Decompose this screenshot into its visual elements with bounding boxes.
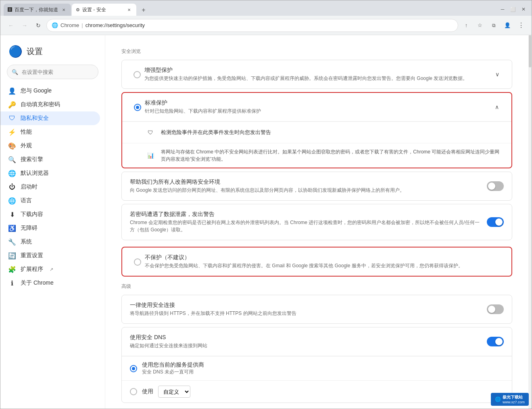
enhanced-protection-info: 增强型保护 为您提供更快速主动的保护措施，免受危险网站、下载内容或扩展程序的威胁… <box>144 67 491 82</box>
enhanced-protection-card: 增强型保护 为您提供更快速主动的保护措施，免受危险网站、下载内容或扩展程序的威胁… <box>121 60 512 89</box>
tab-favicon-baidu: 🅱 <box>8 7 12 12</box>
dns-option-custom: 使用 自定义 <box>122 380 512 403</box>
dns-current-radio-button[interactable] <box>130 365 137 372</box>
url-path: chrome://settings/security <box>86 22 145 28</box>
sidebar-item-label-reset: 重置设置 <box>21 252 43 259</box>
scrollbar-thumb[interactable] <box>529 35 531 67</box>
sidebar-item-label-system: 系统 <box>21 238 32 245</box>
no-protection-title: 不保护（不建议） <box>145 254 503 261</box>
sidebar-item-browser[interactable]: 🌐 默认浏览器 <box>0 166 100 180</box>
split-view-button[interactable]: ⧉ <box>488 20 499 31</box>
sidebar-item-performance[interactable]: ⚡ 性能 <box>0 125 100 139</box>
improve-security-toggle[interactable] <box>487 181 504 191</box>
menu-button[interactable]: ⋮ <box>515 20 527 31</box>
system-icon: 🔧 <box>8 238 16 245</box>
tab-settings[interactable]: ⚙ 设置 - 安全 ✕ <box>72 4 136 16</box>
search-icon: 🔍 <box>12 69 18 75</box>
no-protection-row[interactable]: 不保护（不建议） 不会保护您免受危险网站、下载内容和扩展程序的侵害。在 Gmai… <box>122 247 511 276</box>
search-engine-icon: 🔍 <box>8 156 16 163</box>
sidebar-item-google[interactable]: 👤 您与 Google <box>0 84 100 98</box>
tab-favicon-settings: ⚙ <box>76 7 80 13</box>
autofill-icon: 🔑 <box>8 101 16 108</box>
window-restore-button[interactable]: ⬜ <box>508 4 518 14</box>
dns-info: 使用安全 DNS 确定如何通过安全连接来连接到网站 <box>130 334 480 349</box>
sidebar-item-label-privacy: 隐私和安全 <box>21 115 49 122</box>
language-icon: 🌐 <box>8 197 16 204</box>
standard-protection-card: 标准保护 针对已知危险网站、下载内容和扩展程序提供标准保护 ∧ 🛡 检测危险事件… <box>121 92 512 168</box>
standard-protection-desc: 针对已知危险网站、下载内容和扩展程序提供标准保护 <box>145 107 490 115</box>
external-link-icon: ↗ <box>50 267 53 272</box>
tab-close-baidu[interactable]: ✕ <box>61 6 67 13</box>
enhanced-protection-row[interactable]: 增强型保护 为您提供更快速主动的保护措施，免受危险网站、下载内容或扩展程序的威胁… <box>122 60 512 88</box>
sidebar-item-accessibility[interactable]: ♿ 无障碍 <box>0 221 100 235</box>
enhanced-chevron: ∨ <box>491 71 504 78</box>
dns-option-current: 使用您当前的服务提供商 安全 DNS 未必一直可用 <box>122 356 512 380</box>
https-info: 一律使用安全连接 将导航路径升级到 HTTPS，并在加载不支持 HTTPS 的网… <box>130 302 480 317</box>
new-tab-button[interactable]: + <box>138 4 149 16</box>
sidebar-header: 🔵 设置 <box>0 42 105 65</box>
password-leak-title: 若密码遭遇了数据泄露，发出警告 <box>130 211 480 218</box>
search-input[interactable] <box>7 65 98 79</box>
sidebar-item-about[interactable]: ℹ 关于 Chrome <box>0 276 100 290</box>
standard-protection-row[interactable]: 标准保护 针对已知危险网站、下载内容和扩展程序提供标准保护 ∧ <box>122 93 511 122</box>
default-browser-icon: 🌐 <box>8 170 16 177</box>
window-minimize-button[interactable]: ─ <box>498 4 507 14</box>
dns-custom-radio-button[interactable] <box>130 388 137 395</box>
improve-security-toggle-track <box>487 181 504 191</box>
back-button[interactable]: ← <box>5 20 17 31</box>
sidebar-item-search[interactable]: 🔍 搜索引擎 <box>0 153 100 166</box>
sidebar-item-appearance[interactable]: 🎨 外观 <box>0 139 100 153</box>
sidebar-item-language[interactable]: 🌐 语言 <box>0 194 100 208</box>
standard-protection-title: 标准保护 <box>145 99 490 107</box>
window-close-button[interactable]: ✕ <box>519 4 528 14</box>
https-row: 一律使用安全连接 将导航路径升级到 HTTPS，并在加载不支持 HTTPS 的网… <box>122 295 512 323</box>
sidebar-item-startup[interactable]: ⏻ 启动时 <box>0 180 100 194</box>
share-button[interactable]: ↑ <box>461 20 472 31</box>
watermark-url: www.xz7.com <box>503 400 525 404</box>
forward-button[interactable]: → <box>19 20 30 31</box>
sidebar-item-extensions[interactable]: 🧩 扩展程序 ↗ <box>0 262 100 276</box>
profile-button[interactable]: 👤 <box>502 20 513 31</box>
url-separator: | <box>81 22 83 28</box>
no-protection-radio-button[interactable] <box>134 258 141 266</box>
sidebar-item-downloads[interactable]: ⬇ 下载内容 <box>0 208 100 221</box>
shield-sub-icon: 🛡 <box>145 127 156 138</box>
password-leak-card: 若密码遭遇了数据泄露，发出警告 Chrome 会定期检查您的密码是否已被列在网上… <box>121 204 512 240</box>
improve-security-toggle-thumb <box>488 182 495 190</box>
enhanced-protection-title: 增强型保护 <box>144 67 491 74</box>
standard-sub-text-2: 将网址与存储在 Chrome 中的不安全网站列表进行比对。如果某个网站企图窃取您… <box>161 148 503 163</box>
sidebar-item-label-accessibility: 无障碍 <box>21 224 38 232</box>
enhanced-radio-button[interactable] <box>134 71 141 78</box>
search-box: 🔍 <box>7 65 98 79</box>
refresh-button[interactable]: ↻ <box>33 20 44 31</box>
tab-close-settings[interactable]: ✕ <box>126 6 132 13</box>
standard-chevron: ∧ <box>490 104 503 110</box>
scrollbar[interactable] <box>528 35 532 409</box>
dns-card: 使用安全 DNS 确定如何通过安全连接来连接到网站 使用您当前的服务提供 <box>121 327 512 403</box>
standard-sub-item-1: 🛡 检测危险事件并在此类事件发生时向您发出警告 <box>122 122 511 143</box>
sidebar-item-system[interactable]: 🔧 系统 <box>0 235 100 249</box>
bookmark-button[interactable]: ☆ <box>474 20 486 31</box>
tab-baidu[interactable]: 🅱 百度一下，你就知道 ✕ <box>4 4 71 16</box>
https-toggle[interactable] <box>487 304 504 314</box>
password-leak-toggle[interactable] <box>487 217 504 227</box>
https-toggle-thumb <box>488 306 495 313</box>
sidebar-item-label-extensions: 扩展程序 <box>21 266 43 273</box>
standard-sub-text-1: 检测危险事件并在此类事件发生时向您发出警告 <box>161 129 503 136</box>
sidebar-item-autofill[interactable]: 🔑 自动填充和密码 <box>0 98 100 111</box>
standard-radio-area <box>130 103 145 111</box>
tab-bar: 🅱 百度一下，你就知道 ✕ ⚙ 设置 - 安全 ✕ + ─ ⬜ ✕ <box>0 0 532 16</box>
password-leak-row: 若密码遭遇了数据泄露，发出警告 Chrome 会定期检查您的密码是否已被列在网上… <box>122 204 512 240</box>
sidebar-item-label-search: 搜索引擎 <box>21 156 43 163</box>
standard-radio-button[interactable] <box>134 104 141 111</box>
dns-custom-select[interactable]: 自定义 <box>158 386 190 398</box>
sidebar-item-reset[interactable]: 🔄 重置设置 <box>0 249 100 262</box>
dns-toggle[interactable] <box>487 337 504 346</box>
password-leak-toggle-track <box>487 217 504 227</box>
url-bar[interactable]: 🌐 Chrome | chrome://settings/security <box>46 19 458 32</box>
dns-toggle-thumb <box>495 338 503 345</box>
dns-toggle-track <box>487 337 504 346</box>
no-protection-radio-area <box>130 258 145 266</box>
safe-browsing-section-label: 安全浏览 <box>121 48 512 55</box>
sidebar-item-privacy[interactable]: 🛡 隐私和安全 <box>0 111 100 125</box>
